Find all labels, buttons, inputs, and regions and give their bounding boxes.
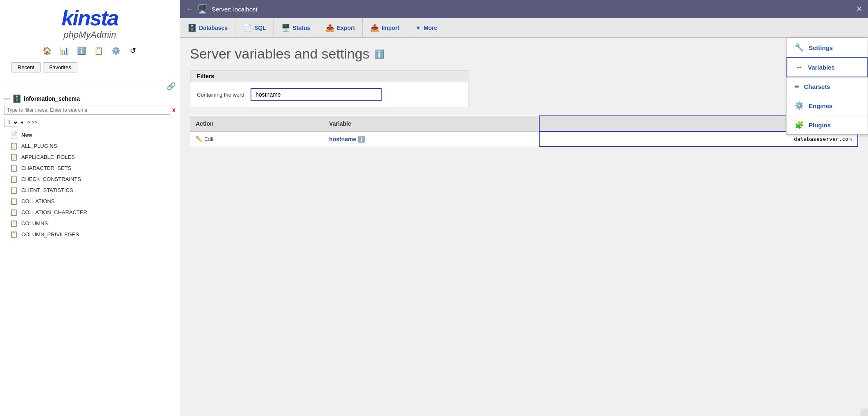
engines-icon: ⚙️ xyxy=(795,101,804,110)
list-item-label: CHECK_CONSTRAINTS xyxy=(21,176,81,182)
new-label: New xyxy=(21,132,32,138)
recent-button[interactable]: Recent xyxy=(11,62,41,72)
sidebar: kinsta phpMyAdmin 🏠 📊 ℹ️ 📋 ⚙️ ↺ Recent F… xyxy=(0,0,180,416)
filters-header: Filters xyxy=(190,70,468,82)
status-icon: 🖥️ xyxy=(281,23,290,32)
database-icon: 🗄️ xyxy=(12,94,21,103)
new-icon: 📄 xyxy=(10,131,18,139)
database-name[interactable]: information_schema xyxy=(24,95,80,102)
scroll-corner xyxy=(861,409,868,416)
table-icon: 📋 xyxy=(10,197,18,205)
list-item-label: COLLATION_CHARACTER xyxy=(21,209,87,215)
status-label: Status xyxy=(293,25,310,31)
more-dropdown: 🔧 Settings ↔️ Variables ≡ Charsets ⚙️ En… xyxy=(786,38,868,135)
collapse-button[interactable]: — xyxy=(4,95,10,102)
copy-icon[interactable]: 📋 xyxy=(92,44,105,57)
settings-icon: 🔧 xyxy=(795,43,804,52)
page-select-wrap: 1 ▼ xyxy=(4,118,24,127)
filter-word-input[interactable] xyxy=(251,88,382,101)
page-select[interactable]: 1 xyxy=(4,118,19,127)
engines-item[interactable]: ⚙️ Engines xyxy=(787,96,868,115)
filter-clear-button[interactable]: X xyxy=(172,107,176,113)
edit-label: Edit xyxy=(204,136,213,142)
sidebar-item-collations[interactable]: 📋 COLLATIONS xyxy=(0,196,180,207)
filter-label: Containing the word: xyxy=(197,92,246,98)
link-icon[interactable]: 🔗 xyxy=(167,82,176,91)
refresh-icon[interactable]: ↺ xyxy=(127,44,140,57)
databases-button[interactable]: 🗄️ Databases xyxy=(180,18,235,37)
page-title: Server variables and settings xyxy=(190,46,369,62)
sidebar-item-columns[interactable]: 📋 COLUMNS xyxy=(0,218,180,229)
variable-link[interactable]: hostname xyxy=(329,136,356,142)
variables-icon: ↔️ xyxy=(796,63,803,72)
status-button[interactable]: 🖥️ Status xyxy=(274,18,318,37)
table-icon: 📋 xyxy=(10,231,18,238)
favorites-button[interactable]: Favorites xyxy=(43,62,77,72)
close-button[interactable]: ✕ xyxy=(856,5,862,14)
table-row: ✏️ Edit hostname ℹ️ databaseserver.com xyxy=(190,131,858,147)
databases-icon: 🗄️ xyxy=(188,23,197,32)
filters-body: Containing the word: xyxy=(190,82,468,107)
sql-icon: 📄 xyxy=(243,23,252,32)
export-label: Export xyxy=(337,25,355,31)
gear-icon[interactable]: ⚙️ xyxy=(109,44,122,57)
charsets-item[interactable]: ≡ Charsets xyxy=(787,77,868,96)
edit-icon: ✏️ xyxy=(196,136,202,142)
import-button[interactable]: 📥 Import xyxy=(363,18,407,37)
more-label: More xyxy=(423,25,437,31)
kinsta-logo: kinsta xyxy=(7,7,173,29)
page-title-row: Server variables and settings ℹ️ xyxy=(190,46,858,62)
title-bar: ← 🖥️ Server: localhost ✕ xyxy=(180,0,868,18)
plugins-icon: 🧩 xyxy=(795,120,804,129)
list-item-label: ALL_PLUGINS xyxy=(21,143,57,149)
table-icon: 📋 xyxy=(10,219,18,227)
info-circle-icon[interactable]: ℹ️ xyxy=(75,44,88,57)
plugins-item[interactable]: 🧩 Plugins xyxy=(787,115,868,134)
sidebar-item-client-statistics[interactable]: 📋 CLIENT_STATISTICS xyxy=(0,185,180,196)
more-button[interactable]: ▼ More xyxy=(407,18,445,37)
home-icon[interactable]: 🏠 xyxy=(41,44,54,57)
sidebar-item-check-constraints[interactable]: 📋 CHECK_CONSTRAINTS xyxy=(0,174,180,185)
list-item-label: CHARACTER_SETS xyxy=(21,165,71,171)
sidebar-item-all-plugins[interactable]: 📋 ALL_PLUGINS xyxy=(0,140,180,151)
page-info-icon[interactable]: ℹ️ xyxy=(374,49,384,59)
export-button[interactable]: 📤 Export xyxy=(318,18,363,37)
filter-input[interactable] xyxy=(4,106,170,115)
engines-label: Engines xyxy=(809,102,832,109)
edit-link[interactable]: ✏️ Edit xyxy=(196,136,318,142)
sidebar-item-collation-character[interactable]: 📋 COLLATION_CHARACTER xyxy=(0,207,180,218)
more-arrow-icon: ▼ xyxy=(416,25,421,31)
list-item-label: COLLATIONS xyxy=(21,198,54,204)
settings-item[interactable]: 🔧 Settings xyxy=(787,38,868,57)
page-nav[interactable]: > >> xyxy=(27,120,37,125)
sidebar-item-new[interactable]: 📄 New xyxy=(0,129,180,140)
title-bar-text: Server: localhost xyxy=(212,6,258,13)
import-icon: 📥 xyxy=(370,23,379,32)
table-icon: 📋 xyxy=(10,142,18,150)
filter-row: X xyxy=(0,104,180,116)
server-icon: 🖥️ xyxy=(197,4,208,14)
variable-info-icon[interactable]: ℹ️ xyxy=(358,136,365,142)
phpmyadmin-logo: phpMyAdmin xyxy=(7,29,173,40)
table-icon: 📋 xyxy=(10,208,18,216)
sql-label: SQL xyxy=(254,25,266,31)
dropdown-arrow-icon: ▼ xyxy=(20,120,24,125)
sidebar-item-applicable-roles[interactable]: 📋 APPLICABLE_ROLES xyxy=(0,151,180,163)
page-content: Server variables and settings ℹ️ Filters… xyxy=(180,38,868,416)
table-icon: 📋 xyxy=(10,186,18,194)
toolbar: 🗄️ Databases 📄 SQL 🖥️ Status 📤 Export 📥 … xyxy=(180,18,868,38)
sidebar-icon-row: 🏠 📊 ℹ️ 📋 ⚙️ ↺ xyxy=(7,40,173,60)
chart-icon[interactable]: 📊 xyxy=(58,44,71,57)
table-icon: 📋 xyxy=(10,153,18,161)
variables-item[interactable]: ↔️ Variables xyxy=(787,57,868,77)
sidebar-item-column-privileges[interactable]: 📋 COLUMN_PRIVILEGES xyxy=(0,229,180,240)
pagination-row: 1 ▼ > >> xyxy=(0,116,180,129)
import-label: Import xyxy=(382,25,400,31)
main-area: ← 🖥️ Server: localhost ✕ 🗄️ Databases 📄 … xyxy=(180,0,868,416)
back-button[interactable]: ← xyxy=(186,5,193,14)
sidebar-list: 📄 New 📋 ALL_PLUGINS 📋 APPLICABLE_ROLES 📋… xyxy=(0,129,180,416)
sidebar-item-character-sets[interactable]: 📋 CHARACTER_SETS xyxy=(0,163,180,174)
list-item-label: APPLICABLE_ROLES xyxy=(21,154,75,160)
sql-button[interactable]: 📄 SQL xyxy=(235,18,274,37)
charsets-label: Charsets xyxy=(804,83,830,90)
